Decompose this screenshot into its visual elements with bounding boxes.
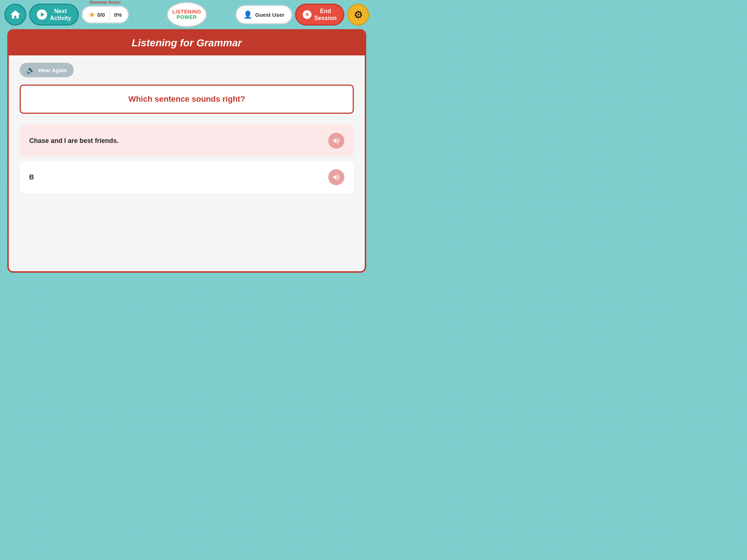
question-text: Which sentence sounds right?: [128, 94, 245, 104]
gear-icon: ⚙: [354, 9, 363, 21]
user-display: 👤 Guest User: [236, 5, 292, 24]
score-display: ★ 0/0 0%: [82, 6, 129, 23]
user-icon: 👤: [243, 10, 252, 19]
top-nav: Next Activity Grammar Score: ★ 0/0 0% LI…: [0, 0, 374, 29]
main-card: Listening for Grammar 🔊 Hear Again Which…: [7, 29, 366, 273]
home-button[interactable]: [4, 4, 26, 26]
grammar-score-label: Grammar Score:: [89, 0, 121, 4]
logo-power-text: POWER: [177, 15, 197, 20]
sound-b-icon: [332, 173, 340, 181]
score-divider: [109, 9, 110, 20]
next-activity-button[interactable]: Next Activity: [29, 4, 79, 26]
question-box: Which sentence sounds right?: [20, 85, 354, 114]
sound-a-icon: [332, 137, 340, 145]
end-session-label: End Session: [314, 8, 337, 22]
hear-again-label: Hear Again: [38, 67, 67, 73]
option-b-sound-button[interactable]: [328, 169, 344, 185]
x-icon: ✕: [303, 10, 311, 19]
card-body: 🔊 Hear Again Which sentence sounds right…: [9, 55, 365, 205]
next-activity-label: Next Activity: [50, 8, 71, 22]
user-name-label: Guest User: [255, 12, 285, 18]
end-session-button[interactable]: ✕ End Session: [295, 4, 344, 26]
option-a[interactable]: Chase and I are best friends.: [20, 125, 354, 157]
listening-power-logo: LISTENING POWER: [167, 2, 207, 27]
settings-button[interactable]: ⚙: [347, 4, 369, 26]
play-icon: [37, 9, 47, 20]
score-value: 0/0: [97, 12, 105, 18]
option-a-text: Chase and I are best friends.: [29, 137, 119, 145]
home-icon: [9, 9, 21, 20]
logo-listening-text: LISTENING: [172, 9, 201, 15]
option-b[interactable]: B: [20, 161, 354, 193]
card-header: Listening for Grammar: [9, 31, 365, 55]
hear-again-button[interactable]: 🔊 Hear Again: [20, 63, 74, 77]
score-container: Grammar Score: ★ 0/0 0%: [82, 6, 129, 23]
card-title: Listening for Grammar: [132, 37, 242, 48]
option-a-sound-button[interactable]: [328, 133, 344, 149]
star-icon: ★: [89, 10, 95, 19]
option-b-text: B: [29, 174, 34, 181]
score-percent: 0%: [114, 12, 122, 18]
sound-icon: 🔊: [26, 66, 35, 74]
